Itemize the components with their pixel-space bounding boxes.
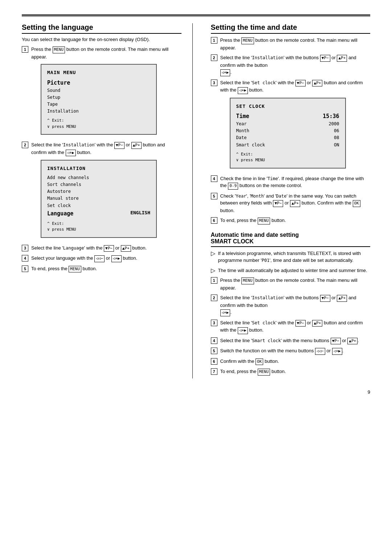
ap-plus-btn: ▲P+ xyxy=(131,142,142,149)
sc-step-3: 3 Select the line 'Set clock' with the ▼… xyxy=(211,319,371,334)
sc-ap-plus-3: ▲P+ xyxy=(312,320,322,327)
right-step-1-content: Press the MENU button on the remote cont… xyxy=(220,37,371,51)
right-step-6-content: To end, press the MENU button. xyxy=(220,217,371,224)
sc-step-4: 4 Select the line 'Smart clock' with the… xyxy=(211,337,371,345)
menu-btn-1: MENU xyxy=(53,46,65,53)
language-label: Language xyxy=(47,209,73,218)
sc-step-4-content: Select the line 'Smart clock' with the m… xyxy=(220,337,371,345)
r-code-year: Year xyxy=(236,194,246,199)
smart-clock-title: Automatic time and date setting SMART CL… xyxy=(211,232,371,247)
r-vp-minus-5: ▼P− xyxy=(273,200,283,207)
step-num-1: 1 xyxy=(22,46,28,53)
intro-text: You can select the language for the on-s… xyxy=(22,37,181,42)
sc-step-num-1: 1 xyxy=(211,277,217,284)
right-step-num-2: 2 xyxy=(211,54,217,61)
sc-step-num-3: 3 xyxy=(211,320,217,326)
step-3-content: Select the line 'Language' with the ▼P− … xyxy=(31,244,181,252)
menu-btn-5: MENU xyxy=(69,266,81,273)
screen-item-sort-channels: Sort channels xyxy=(47,181,150,188)
sc-step-num-6: 6 xyxy=(211,358,217,365)
right-step-num-6: 6 xyxy=(211,217,217,224)
r-menu-btn-6: MENU xyxy=(258,218,270,224)
clock-date-row: Date 08 xyxy=(236,134,339,141)
step-num-3: 3 xyxy=(22,245,28,251)
sc-step-5-content: Switch the function on with the menu but… xyxy=(220,347,371,355)
clock-date-label: Date xyxy=(236,134,247,141)
step-2-content: Select the line 'Installation' with the … xyxy=(31,141,181,241)
sc-step-6-content: Confirm with the OK button. xyxy=(220,358,371,365)
arrow-icon-2: ▷ xyxy=(211,267,215,274)
screen-footer-2: ^ Exit:∨ press MENU xyxy=(47,221,150,233)
sc-step-2: 2 Select the line 'Installation' with th… xyxy=(211,294,371,316)
confirm-btn: ◁+▶ xyxy=(66,150,76,157)
r-vp-minus-2: ▼P− xyxy=(320,55,330,62)
vp-minus-btn: ▼P− xyxy=(114,142,124,149)
right-column: Setting the time and date 1 Press the ME… xyxy=(207,23,371,378)
page-number: 9 xyxy=(22,389,370,395)
r-ap-plus-3: ▲P+ xyxy=(312,80,322,87)
clock-time-label: Time xyxy=(236,112,249,121)
sc-code-set-clock: Set clock xyxy=(252,320,275,325)
clock-time-value: 15:36 xyxy=(323,112,339,121)
screen-item-tape: Tape xyxy=(47,101,150,108)
page-number-value: 9 xyxy=(368,389,370,395)
sc-step-2-content: Select the line 'Installation' with the … xyxy=(220,294,371,316)
sc-step-num-4: 4 xyxy=(211,337,217,344)
step-num-2: 2 xyxy=(22,142,28,148)
r-code-installation: Installation xyxy=(252,55,283,60)
note-2: ▷ The time will automatically be adjuste… xyxy=(211,267,371,274)
step-num-5: 5 xyxy=(22,266,28,272)
sc-step-6: 6 Confirm with the OK button. xyxy=(211,358,371,365)
r-ok-btn-5: OK xyxy=(353,200,360,207)
p01-code: P01 xyxy=(262,258,270,263)
sc-menu-btn-7: MENU xyxy=(258,369,270,376)
sc-step-1-content: Press the MENU button on the remote cont… xyxy=(220,277,371,291)
sc-step-1: 1 Press the MENU button on the remote co… xyxy=(211,277,371,291)
r-vp-minus-3: ▼P− xyxy=(295,80,306,87)
r-menu-btn-1: MENU xyxy=(241,37,254,44)
left-title: Setting the language xyxy=(22,23,181,34)
left-step-4: 4 Select your language with the ◁◁− or ◁… xyxy=(22,255,181,262)
vp-minus-btn-3: ▼P− xyxy=(104,245,114,252)
clock-year-value: 2000 xyxy=(329,121,339,127)
sc-vp-minus-4: ▼P− xyxy=(331,338,341,345)
screen-installation: INSTALLATION Add new channels Sort chann… xyxy=(41,160,157,238)
step-num-4: 4 xyxy=(22,255,28,262)
sc-confirm-5: ◁+▶ xyxy=(332,348,342,355)
right-step-2-content: Select the line 'Installation' with the … xyxy=(220,54,371,76)
right-step-1: 1 Press the MENU button on the remote co… xyxy=(211,37,371,51)
r-code-time: Time xyxy=(268,176,278,181)
r-confirm-2: ◁+▶ xyxy=(220,69,230,76)
right-step-6: 6 To end, press the MENU button. xyxy=(211,217,371,224)
r-09-btn: 0-9 xyxy=(228,183,238,190)
right-title: Setting the time and date xyxy=(211,23,371,34)
right-step-num-1: 1 xyxy=(211,37,217,44)
screen-footer-clock: ^ Exit:∨ press MENU xyxy=(236,151,339,163)
right-step-5: 5 Check 'Year', 'Month' and 'Date' in th… xyxy=(211,192,371,214)
smart-clock-section: Automatic time and date setting SMART CL… xyxy=(211,232,371,376)
left-step-1: 1 Press the MENU button on the remote co… xyxy=(22,46,181,138)
screen-item-setup: Setup xyxy=(47,94,150,101)
left-arrow-minus-btn: ◁◁− xyxy=(94,255,105,262)
left-step-2: 2 Select the line 'Installation' with th… xyxy=(22,141,181,241)
right-step-num-5: 5 xyxy=(211,193,217,199)
clock-year-row: Year 2000 xyxy=(236,121,339,127)
step-4-content: Select your language with the ◁◁− or ◁+▶… xyxy=(31,255,181,262)
screen-item-add-channels: Add new channels xyxy=(47,174,150,181)
sc-vp-minus-3: ▼P− xyxy=(295,320,306,327)
sc-ap-plus-4: ▲P+ xyxy=(347,338,358,345)
clock-date-value: 08 xyxy=(334,134,339,141)
sc-step-5: 5 Switch the function on with the menu b… xyxy=(211,347,371,355)
r-ap-plus-2: ▲P+ xyxy=(337,55,347,62)
top-rule xyxy=(22,15,370,16)
screen-item-set-clock: Set clock xyxy=(47,202,150,209)
confirm-btn-4: ◁+▶ xyxy=(111,255,122,262)
screen-title-main: MAIN MENU xyxy=(47,69,150,76)
clock-smart-row: Smart clock ON xyxy=(236,142,339,149)
r-ap-plus-5: ▲P+ xyxy=(290,200,300,207)
r-code-set-clock: Set clock xyxy=(252,80,275,85)
screen-item-autostore: Autostore xyxy=(47,188,150,195)
sc-ok-btn-6: OK xyxy=(256,358,263,365)
right-step-2: 2 Select the line 'Installation' with th… xyxy=(211,54,371,76)
left-step-5: 5 To end, press the MENU button. xyxy=(22,265,181,273)
